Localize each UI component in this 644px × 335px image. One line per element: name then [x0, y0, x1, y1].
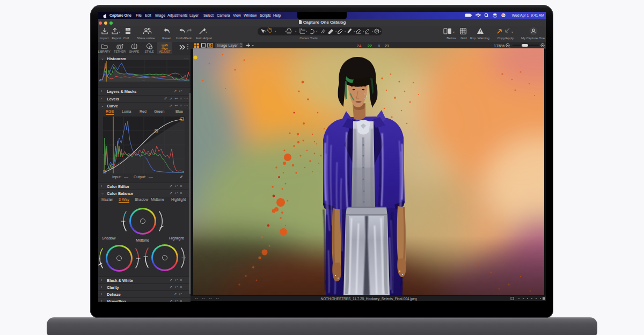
- svg-text:TETHER: TETHER: [114, 50, 126, 53]
- svg-text:▾: ▾: [372, 30, 374, 33]
- svg-text:▾: ▾: [354, 30, 355, 33]
- svg-text:‒‒: ‒‒: [184, 79, 187, 82]
- svg-text:▾: ▾: [316, 30, 318, 33]
- svg-text:Image Layer: Image Layer: [217, 43, 238, 48]
- svg-text:STYLE: STYLE: [144, 50, 154, 53]
- svg-text:22: 22: [368, 43, 372, 48]
- svg-text:‒‒: ‒‒: [100, 79, 103, 82]
- svg-text:NOTHIGHESTRES_11.7.25_Hockney_: NOTHIGHESTRES_11.7.25_Hockney_Selects_Fi…: [320, 297, 416, 301]
- svg-text:▾: ▾: [335, 30, 337, 33]
- svg-text:8: 8: [378, 43, 380, 48]
- svg-text:LIBRARY: LIBRARY: [98, 50, 111, 53]
- svg-text:SHAPE: SHAPE: [129, 50, 140, 53]
- svg-text:176%: 176%: [494, 43, 504, 48]
- svg-text:▾: ▾: [345, 30, 346, 33]
- svg-text:21: 21: [385, 43, 389, 48]
- svg-text:ADJUST: ADJUST: [159, 50, 171, 53]
- svg-text:▾: ▾: [380, 30, 382, 33]
- svg-text:▾: ▾: [265, 30, 267, 33]
- svg-text:▾: ▾: [363, 30, 364, 33]
- svg-text:▾: ▾: [275, 30, 276, 33]
- svg-text:‒‒: ‒‒: [142, 79, 145, 82]
- svg-text:24: 24: [357, 43, 362, 48]
- svg-text:▾: ▾: [295, 30, 297, 33]
- svg-text:▾: ▾: [306, 30, 308, 33]
